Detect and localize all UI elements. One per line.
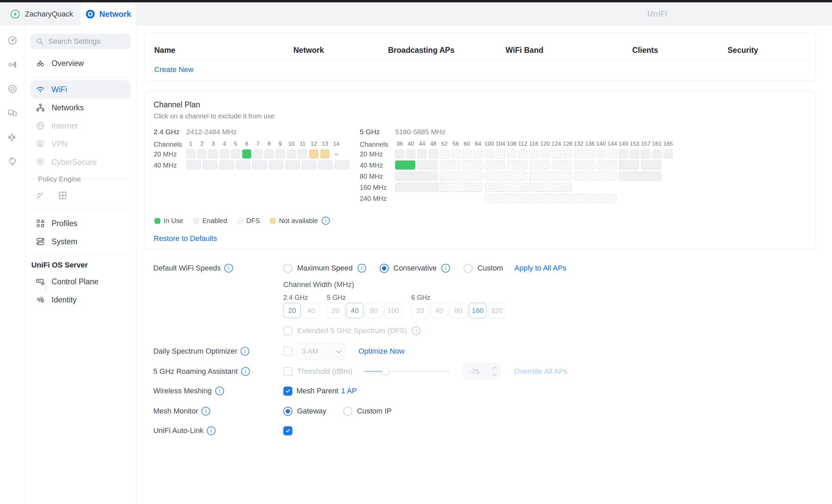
sidebar-item-networks[interactable]: Networks xyxy=(31,99,131,117)
create-new-link[interactable]: Create New xyxy=(154,65,193,74)
info-icon[interactable]: i xyxy=(215,387,224,395)
mesh-parent-checkbox[interactable] xyxy=(283,387,292,396)
channel-box[interactable] xyxy=(451,149,460,159)
threshold-value-input[interactable]: -75 xyxy=(463,363,500,380)
channel-box[interactable] xyxy=(529,172,572,181)
channel-box[interactable] xyxy=(563,149,572,159)
auto-link-checkbox[interactable] xyxy=(283,426,292,436)
rail-topology-icon[interactable] xyxy=(0,53,25,77)
width-button-6GHz-40[interactable]: 40 xyxy=(431,303,448,318)
channel-box[interactable] xyxy=(619,149,628,159)
daily-optimizer-checkbox[interactable] xyxy=(283,347,292,356)
override-all-aps-link[interactable]: Override All APs xyxy=(514,367,568,376)
radio-gateway[interactable] xyxy=(283,407,292,416)
sidebar-item-identity[interactable]: Identity xyxy=(31,291,131,309)
channel-box[interactable] xyxy=(429,149,438,159)
sidebar-item-overview[interactable]: Overview xyxy=(31,54,131,72)
channel-box[interactable] xyxy=(320,149,330,159)
channel-box[interactable] xyxy=(473,149,483,159)
channel-box[interactable] xyxy=(529,149,538,159)
width-button-6GHz-160[interactable]: 160 xyxy=(469,303,486,318)
rail-dashboard-icon[interactable] xyxy=(0,28,25,53)
channel-box[interactable] xyxy=(529,161,549,170)
channel-box[interactable] xyxy=(541,149,550,159)
info-icon[interactable]: i xyxy=(322,217,330,225)
channel-box[interactable] xyxy=(485,183,572,192)
rail-unifi-devices-icon[interactable] xyxy=(0,77,25,101)
channel-box[interactable] xyxy=(485,194,617,203)
optimize-now-link[interactable]: Optimize Now xyxy=(358,347,405,356)
width-button-5GHz-40[interactable]: 40 xyxy=(346,303,363,318)
channel-box[interactable] xyxy=(203,161,217,170)
channel-box[interactable] xyxy=(198,149,207,159)
zone-grid-icon[interactable] xyxy=(58,190,68,200)
sidebar-item-vpn[interactable]: VPN xyxy=(31,135,131,153)
channel-box[interactable] xyxy=(236,161,250,170)
info-icon[interactable]: i xyxy=(412,326,420,335)
search-settings-input[interactable]: Search Settings xyxy=(31,34,131,49)
width-button-2.4GHz-40[interactable]: 40 xyxy=(303,303,320,318)
mesh-parent-ap-link[interactable]: 1 AP xyxy=(341,387,357,395)
channel-box[interactable] xyxy=(302,161,316,170)
slider-knob[interactable] xyxy=(382,368,389,375)
channel-box[interactable] xyxy=(269,161,283,170)
channel-box[interactable] xyxy=(208,149,217,159)
optimizer-time-select[interactable]: 3 AM xyxy=(296,343,346,359)
sidebar-item-internet[interactable]: Internet xyxy=(31,117,131,135)
channel-box[interactable] xyxy=(276,149,285,159)
info-icon[interactable]: i xyxy=(240,347,249,356)
channel-box[interactable] xyxy=(652,149,661,159)
channel-box[interactable] xyxy=(395,161,415,170)
rail-radios-icon[interactable] xyxy=(0,125,25,149)
channel-box[interactable] xyxy=(186,161,201,170)
channel-box[interactable] xyxy=(220,149,229,159)
channel-box[interactable] xyxy=(287,149,296,159)
info-icon[interactable]: i xyxy=(241,367,250,376)
channel-box[interactable] xyxy=(440,161,460,170)
info-icon[interactable]: i xyxy=(202,407,210,416)
channel-box[interactable] xyxy=(335,161,349,170)
channel-box[interactable] xyxy=(641,149,650,159)
info-icon[interactable]: i xyxy=(441,264,450,273)
channel-box[interactable] xyxy=(518,149,527,159)
channel-box[interactable] xyxy=(298,149,307,159)
channel-box[interactable] xyxy=(395,149,404,159)
threshold-slider[interactable] xyxy=(364,371,449,372)
channel-box[interactable] xyxy=(507,149,516,159)
channel-box[interactable] xyxy=(253,149,262,159)
channel-box[interactable] xyxy=(585,149,594,159)
channel-box[interactable] xyxy=(485,149,494,159)
channel-box[interactable] xyxy=(395,172,438,181)
width-button-2.4GHz-20[interactable]: 20 xyxy=(283,303,301,318)
sidebar-item-profiles[interactable]: Profiles xyxy=(31,214,131,232)
radio-maximum-speed[interactable] xyxy=(283,264,292,273)
channel-box[interactable] xyxy=(264,149,274,159)
roaming-threshold-checkbox[interactable] xyxy=(283,367,292,376)
radio-custom[interactable] xyxy=(464,264,473,273)
info-icon[interactable]: i xyxy=(224,264,233,273)
channel-box[interactable] xyxy=(507,161,527,170)
radio-conservative[interactable] xyxy=(380,264,389,273)
rail-innerspace-icon[interactable] xyxy=(0,149,25,174)
width-button-6GHz-20[interactable]: 20 xyxy=(411,303,429,318)
channel-box[interactable] xyxy=(552,149,561,159)
channel-box[interactable] xyxy=(608,149,617,159)
sidebar-item-cybersecure[interactable]: CyberSecure xyxy=(31,153,131,171)
channel-box[interactable] xyxy=(219,161,234,170)
info-icon[interactable]: i xyxy=(207,426,215,435)
channel-box[interactable] xyxy=(285,161,300,170)
dfs-spectrum-checkbox[interactable] xyxy=(283,326,292,335)
channel-box[interactable] xyxy=(619,161,639,170)
channel-box[interactable] xyxy=(641,161,661,170)
channel-box[interactable] xyxy=(552,161,572,170)
sidebar-item-system[interactable]: System xyxy=(31,232,131,251)
width-button-5GHz-160[interactable]: 160 xyxy=(384,303,402,318)
width-button-6GHz-80[interactable]: 80 xyxy=(450,303,467,318)
channel-box[interactable] xyxy=(318,161,333,170)
channel-box[interactable] xyxy=(462,161,483,170)
channel-box[interactable] xyxy=(485,172,527,181)
tab-network-app[interactable]: Network xyxy=(80,2,136,26)
channel-box[interactable] xyxy=(485,161,505,170)
radio-custom-ip[interactable] xyxy=(343,407,352,416)
channel-box[interactable] xyxy=(252,161,267,170)
